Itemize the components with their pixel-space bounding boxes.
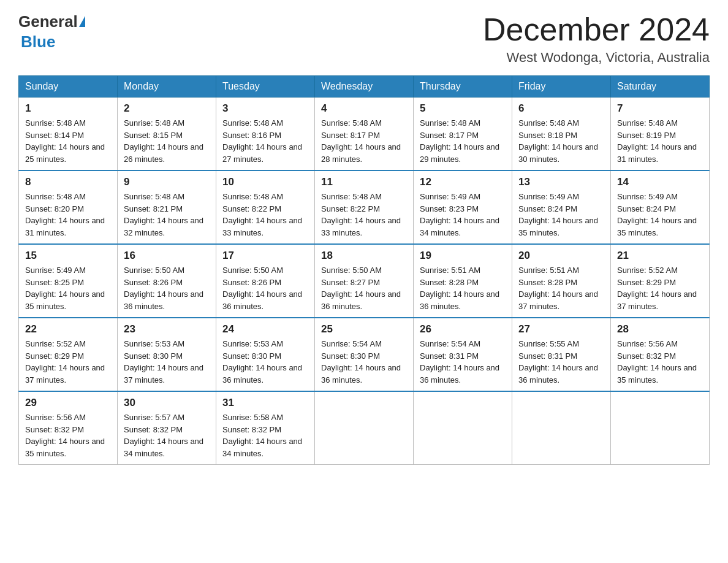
sunset-text: Sunset: 8:20 PM [25, 204, 84, 213]
sunset-text: Sunset: 8:28 PM [420, 278, 479, 287]
calendar-day-cell: 11 Sunrise: 5:48 AM Sunset: 8:22 PM Dayl… [315, 170, 414, 244]
sunrise-text: Sunrise: 5:48 AM [222, 118, 283, 128]
day-info: Sunrise: 5:51 AM Sunset: 8:28 PM Dayligh… [420, 264, 506, 312]
sunset-text: Sunset: 8:31 PM [420, 351, 479, 361]
sunset-text: Sunset: 8:32 PM [25, 425, 84, 434]
sunset-text: Sunset: 8:28 PM [518, 278, 577, 287]
day-number: 16 [124, 250, 210, 262]
day-number: 14 [617, 176, 703, 188]
sunrise-text: Sunrise: 5:54 AM [420, 339, 480, 348]
header-monday: Monday [118, 76, 216, 98]
daylight-text: Daylight: 14 hours and 28 minutes. [321, 142, 401, 164]
calendar-day-cell: 13 Sunrise: 5:49 AM Sunset: 8:24 PM Dayl… [512, 170, 611, 244]
logo: General [18, 12, 85, 31]
sunset-text: Sunset: 8:30 PM [124, 351, 183, 361]
daylight-text: Daylight: 14 hours and 35 minutes. [25, 289, 105, 311]
day-number: 7 [617, 102, 703, 115]
calendar-day-cell: 28 Sunrise: 5:56 AM Sunset: 8:32 PM Dayl… [611, 318, 710, 391]
sunset-text: Sunset: 8:32 PM [124, 425, 183, 434]
daylight-text: Daylight: 14 hours and 36 minutes. [420, 289, 499, 311]
calendar-day-cell: 12 Sunrise: 5:49 AM Sunset: 8:23 PM Dayl… [414, 170, 512, 244]
day-info: Sunrise: 5:48 AM Sunset: 8:21 PM Dayligh… [124, 191, 210, 239]
calendar-day-cell: 5 Sunrise: 5:48 AM Sunset: 8:17 PM Dayli… [414, 98, 512, 171]
daylight-text: Daylight: 14 hours and 35 minutes. [617, 216, 697, 237]
calendar-table: Sunday Monday Tuesday Wednesday Thursday… [18, 75, 710, 465]
calendar-day-cell: 27 Sunrise: 5:55 AM Sunset: 8:31 PM Dayl… [512, 318, 611, 391]
sunrise-text: Sunrise: 5:50 AM [222, 266, 283, 275]
day-info: Sunrise: 5:57 AM Sunset: 8:32 PM Dayligh… [124, 412, 210, 459]
calendar-day-cell [315, 391, 414, 465]
daylight-text: Daylight: 14 hours and 34 minutes. [124, 437, 203, 458]
calendar-day-cell: 20 Sunrise: 5:51 AM Sunset: 8:28 PM Dayl… [512, 244, 611, 318]
sunrise-text: Sunrise: 5:48 AM [617, 118, 678, 128]
calendar-day-cell: 2 Sunrise: 5:48 AM Sunset: 8:15 PM Dayli… [118, 98, 216, 171]
calendar-day-cell: 10 Sunrise: 5:48 AM Sunset: 8:22 PM Dayl… [216, 170, 315, 244]
header-wednesday: Wednesday [315, 76, 414, 98]
sunrise-text: Sunrise: 5:52 AM [617, 266, 678, 275]
daylight-text: Daylight: 14 hours and 37 minutes. [518, 289, 598, 311]
daylight-text: Daylight: 14 hours and 32 minutes. [124, 216, 203, 237]
sunrise-text: Sunrise: 5:48 AM [222, 192, 283, 201]
daylight-text: Daylight: 14 hours and 35 minutes. [518, 216, 598, 237]
day-number: 20 [518, 250, 604, 262]
sunrise-text: Sunrise: 5:56 AM [617, 339, 678, 348]
sunrise-text: Sunrise: 5:48 AM [518, 118, 579, 128]
day-number: 4 [321, 102, 407, 115]
calendar-day-cell: 15 Sunrise: 5:49 AM Sunset: 8:25 PM Dayl… [19, 244, 118, 318]
calendar-day-cell: 29 Sunrise: 5:56 AM Sunset: 8:32 PM Dayl… [19, 391, 118, 465]
day-number: 5 [420, 102, 506, 115]
sunset-text: Sunset: 8:22 PM [222, 204, 281, 213]
sunset-text: Sunset: 8:26 PM [124, 278, 183, 287]
sunrise-text: Sunrise: 5:50 AM [124, 266, 184, 275]
sunset-text: Sunset: 8:24 PM [617, 204, 676, 213]
day-info: Sunrise: 5:56 AM Sunset: 8:32 PM Dayligh… [25, 412, 111, 459]
calendar-day-cell [611, 391, 710, 465]
daylight-text: Daylight: 14 hours and 31 minutes. [25, 216, 105, 237]
day-number: 9 [124, 176, 210, 188]
calendar-day-cell: 3 Sunrise: 5:48 AM Sunset: 8:16 PM Dayli… [216, 98, 315, 171]
day-number: 19 [420, 250, 506, 262]
day-info: Sunrise: 5:54 AM Sunset: 8:31 PM Dayligh… [420, 338, 506, 386]
sunrise-text: Sunrise: 5:48 AM [25, 118, 86, 128]
day-number: 27 [518, 323, 604, 335]
calendar-day-cell: 9 Sunrise: 5:48 AM Sunset: 8:21 PM Dayli… [118, 170, 216, 244]
day-info: Sunrise: 5:50 AM Sunset: 8:26 PM Dayligh… [124, 264, 210, 312]
sunrise-text: Sunrise: 5:48 AM [25, 192, 86, 201]
sunset-text: Sunset: 8:31 PM [518, 351, 577, 361]
day-info: Sunrise: 5:49 AM Sunset: 8:25 PM Dayligh… [25, 264, 111, 312]
calendar-day-cell: 21 Sunrise: 5:52 AM Sunset: 8:29 PM Dayl… [611, 244, 710, 318]
day-info: Sunrise: 5:48 AM Sunset: 8:15 PM Dayligh… [124, 117, 210, 165]
sunset-text: Sunset: 8:26 PM [222, 278, 281, 287]
sunset-text: Sunset: 8:22 PM [321, 204, 380, 213]
daylight-text: Daylight: 14 hours and 35 minutes. [25, 437, 105, 458]
calendar-day-cell: 8 Sunrise: 5:48 AM Sunset: 8:20 PM Dayli… [19, 170, 118, 244]
header-sunday: Sunday [19, 76, 118, 98]
day-info: Sunrise: 5:48 AM Sunset: 8:16 PM Dayligh… [222, 117, 308, 165]
daylight-text: Daylight: 14 hours and 25 minutes. [25, 142, 105, 164]
calendar-header-row: Sunday Monday Tuesday Wednesday Thursday… [19, 76, 710, 98]
sunrise-text: Sunrise: 5:48 AM [321, 118, 382, 128]
daylight-text: Daylight: 14 hours and 36 minutes. [222, 363, 302, 385]
day-number: 8 [25, 176, 111, 188]
sunset-text: Sunset: 8:19 PM [617, 131, 676, 140]
sunset-text: Sunset: 8:21 PM [124, 204, 183, 213]
calendar-day-cell: 24 Sunrise: 5:53 AM Sunset: 8:30 PM Dayl… [216, 318, 315, 391]
calendar-day-cell: 25 Sunrise: 5:54 AM Sunset: 8:30 PM Dayl… [315, 318, 414, 391]
day-info: Sunrise: 5:53 AM Sunset: 8:30 PM Dayligh… [222, 338, 308, 386]
sunset-text: Sunset: 8:24 PM [518, 204, 577, 213]
day-info: Sunrise: 5:52 AM Sunset: 8:29 PM Dayligh… [617, 264, 703, 312]
sunset-text: Sunset: 8:30 PM [321, 351, 380, 361]
day-info: Sunrise: 5:50 AM Sunset: 8:27 PM Dayligh… [321, 264, 407, 312]
calendar-day-cell: 6 Sunrise: 5:48 AM Sunset: 8:18 PM Dayli… [512, 98, 611, 171]
daylight-text: Daylight: 14 hours and 33 minutes. [321, 216, 401, 237]
daylight-text: Daylight: 14 hours and 34 minutes. [222, 437, 302, 458]
daylight-text: Daylight: 14 hours and 31 minutes. [617, 142, 697, 164]
sunrise-text: Sunrise: 5:57 AM [124, 413, 184, 422]
day-info: Sunrise: 5:55 AM Sunset: 8:31 PM Dayligh… [518, 338, 604, 386]
sunrise-text: Sunrise: 5:51 AM [420, 266, 480, 275]
day-number: 6 [518, 102, 604, 115]
calendar-week-row: 8 Sunrise: 5:48 AM Sunset: 8:20 PM Dayli… [19, 170, 710, 244]
day-number: 31 [222, 397, 308, 409]
day-number: 12 [420, 176, 506, 188]
sunrise-text: Sunrise: 5:56 AM [25, 413, 86, 422]
